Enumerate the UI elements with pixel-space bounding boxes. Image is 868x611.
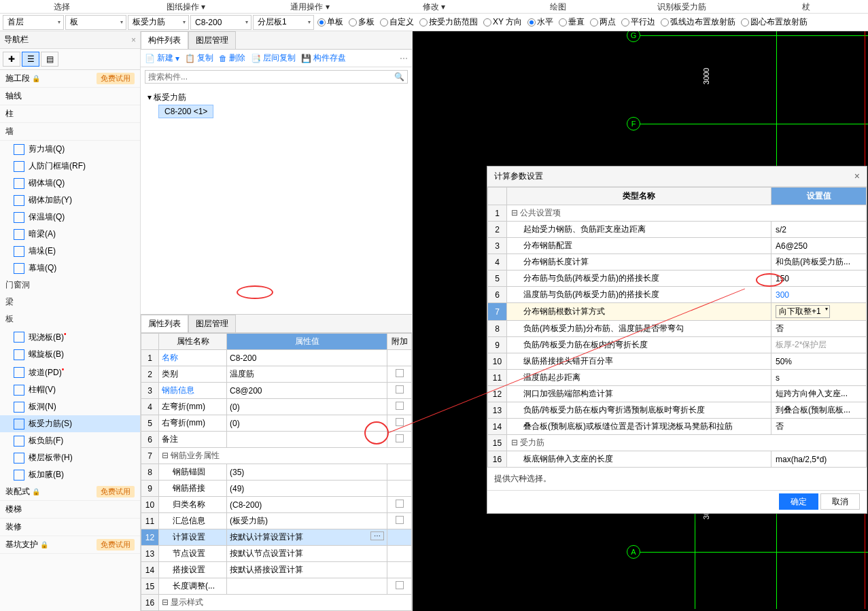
nav-item[interactable]: 暗梁(A) [0,226,140,243]
checkbox-icon[interactable] [396,402,404,410]
prop-extra[interactable] [387,497,412,513]
radio-option[interactable]: 单板 [315,16,345,28]
prop-value-cell[interactable]: (49) [227,481,387,497]
cancel-button[interactable]: 取消 [820,493,860,510]
nav-section[interactable]: 轴线 [0,88,140,105]
prop-value-cell[interactable] [227,432,387,448]
prop-row[interactable]: 1名称C8-200 [141,350,412,366]
new-button[interactable]: 📄新建▾ [145,52,179,64]
param-value-cell[interactable]: 到叠合板(预制底板... [771,402,867,419]
nav-section[interactable]: 装配式 🔒免费试用 [0,483,140,501]
nav-item[interactable]: 板负筋(F) [0,432,140,449]
menu-last[interactable]: 杖 [744,0,868,13]
prop-row[interactable]: 15长度调整(... [141,578,412,595]
nav-item[interactable]: 坡道(PD)• [0,363,140,381]
subtype-dropdown[interactable]: 板受力筋 [128,15,189,30]
prop-row[interactable]: 8钢筋锚固(35) [141,464,412,481]
prop-value-cell[interactable]: C8@200 [227,383,387,399]
param-row[interactable]: 5分布筋与负筋(跨板受力筋)的搭接长度150 [488,270,867,287]
param-value-cell[interactable]: 否 [771,321,867,337]
prop-extra[interactable] [387,578,412,595]
layer-dropdown[interactable]: 分层板1 [253,15,314,30]
nav-item[interactable]: 人防门框墙(RF) [0,158,140,175]
nav-item[interactable]: 楼层板带(H) [0,449,140,466]
prop-row[interactable]: 14搭接设置按默认搭接设置计算 [141,562,412,578]
param-row[interactable]: 4分布钢筋长度计算和负筋(跨板受力筋... [488,254,867,270]
save-comp-button[interactable]: 💾构件存盘 [301,52,346,64]
param-row[interactable]: 11温度筋起步距离s [488,370,867,386]
param-value-cell[interactable]: 板厚-2*保护层 [771,337,867,353]
prop-extra[interactable] [387,366,412,383]
comp-tab-layer[interactable]: 图层管理 [188,31,236,49]
menu-identify[interactable]: 识别板受力筋 [620,0,744,13]
param-row[interactable]: 15⊟ 受力筋 [488,435,867,451]
radio-option[interactable]: 水平 [525,16,555,28]
nav-item[interactable]: 剪力墙(Q) [0,141,140,158]
param-row[interactable]: 9负筋/跨板受力筋在板内的弯折长度板厚-2*保护层 [488,337,867,353]
nav-section[interactable]: 施工段 🔒免费试用 [0,70,140,88]
comp-tab-list[interactable]: 构件列表 [141,31,188,49]
prop-extra[interactable] [387,383,412,399]
param-dropdown[interactable]: 向下取整+1 [776,305,830,318]
prop-value-cell[interactable]: (35) [227,464,387,481]
prop-value-cell[interactable]: 温度筋 [227,366,387,383]
prop-row[interactable]: 12计算设置按默认计算设置计算 ⋯ [141,529,412,546]
radio-option[interactable]: 自定义 [378,16,416,28]
search-input[interactable] [148,72,394,82]
param-value-cell[interactable]: 150 [771,270,867,287]
radio-option[interactable]: 垂直 [557,16,587,28]
prop-extra[interactable] [387,562,412,578]
param-row[interactable]: 3分布钢筋配置A6@250 [488,238,867,254]
param-row[interactable]: 14叠合板(预制底板)或板缝位置是否计算现浇板马凳筋和拉筋否 [488,419,867,435]
prop-value-cell[interactable]: 按默认节点设置计算 [227,546,387,562]
nav-item[interactable]: 砌体加筋(Y) [0,192,140,209]
param-row[interactable]: 1⊟ 公共设置项 [488,205,867,222]
more-icon[interactable]: ⋯ [400,54,408,63]
nav-item[interactable]: 板加腋(B) [0,466,140,483]
nav-item[interactable]: 板受力筋(S) [0,415,140,432]
ok-button[interactable]: 确定 [779,493,818,510]
prop-row[interactable]: 2类别温度筋 [141,366,412,383]
inter-floor-copy-button[interactable]: 📑层间复制 [251,52,296,64]
prop-extra[interactable] [387,464,412,481]
checkbox-icon[interactable] [396,434,404,442]
param-row[interactable]: 16板底钢筋伸入支座的长度max(ha/2,5*d) [488,451,867,468]
prop-extra[interactable] [387,432,412,448]
prop-row[interactable]: 6备注 [141,432,412,448]
nav-item[interactable]: 墙垛(E) [0,243,140,260]
dialog-titlebar[interactable]: 计算参数设置 × [487,167,867,187]
copy-button[interactable]: 📋复制 [185,52,213,64]
param-value-cell[interactable]: 短跨方向伸入支座... [771,386,867,402]
menu-select[interactable]: 选择 [0,0,124,13]
radio-option[interactable]: 平行边 [619,16,657,28]
close-icon[interactable]: × [131,35,136,45]
param-row[interactable]: 12洞口加强筋端部构造计算短跨方向伸入支座... [488,386,867,402]
param-value-cell[interactable]: 50% [771,353,867,370]
prop-tab-layer[interactable]: 图层管理 [188,315,236,332]
radio-option[interactable]: 弧线边布置放射筋 [659,16,737,28]
param-value-cell[interactable]: 300 [771,287,867,303]
prop-extra[interactable] [387,513,412,529]
nav-cat-beam[interactable]: 梁 [0,294,140,311]
nav-item[interactable]: 螺旋板(B) [0,346,140,363]
nav-item[interactable]: 保温墙(Q) [0,209,140,226]
prop-value-cell[interactable]: (0) [227,399,387,415]
param-value-cell[interactable]: s/2 [771,222,867,238]
nav-item[interactable]: 柱帽(V) [0,381,140,398]
param-row[interactable]: 7分布钢筋根数计算方式向下取整+1 [488,303,867,321]
prop-value-cell[interactable]: (板受力筋) [227,513,387,529]
param-value-cell[interactable]: 和负筋(跨板受力筋... [771,254,867,270]
param-value-cell[interactable]: A6@250 [771,238,867,254]
nav-item[interactable]: 幕墙(Q) [0,260,140,277]
param-value-cell[interactable]: s [771,370,867,386]
checkbox-icon[interactable] [396,516,404,524]
param-row[interactable]: 8负筋(跨板受力筋)分布筋、温度筋是否带弯勾否 [488,321,867,337]
search-box[interactable]: 🔍 [145,70,408,84]
checkbox-icon[interactable] [396,581,404,589]
prop-value-cell[interactable] [227,578,387,595]
radio-option[interactable]: 按受力筋范围 [417,16,480,28]
search-icon[interactable]: 🔍 [394,72,404,82]
prop-row[interactable]: 9钢筋搭接(49) [141,481,412,497]
param-value-cell[interactable]: 否 [771,419,867,435]
checkbox-icon[interactable] [396,500,404,508]
